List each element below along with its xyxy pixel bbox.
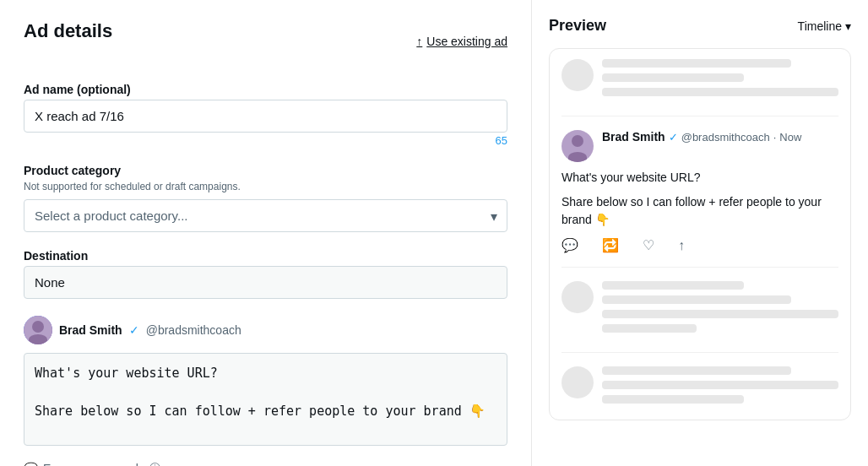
- upload-icon: ↑: [416, 35, 422, 48]
- skeleton-avatar: [561, 59, 594, 91]
- author-name: Brad Smith: [59, 323, 122, 337]
- tweet-preview-header: Brad Smith ✓ @bradsmithcoach · Now: [561, 130, 838, 162]
- left-panel: Ad details ↑ Use existing ad Ad name (op…: [0, 0, 532, 466]
- skeleton-line: [602, 395, 744, 404]
- skeleton-line: [602, 73, 744, 82]
- skeleton-line: [602, 366, 791, 375]
- skeleton-line: [602, 310, 838, 318]
- author-handle: @bradsmithcoach: [146, 323, 241, 337]
- everyone-can-reply-button[interactable]: Everyone can reply: [43, 462, 144, 466]
- skeleton-line: [602, 324, 697, 333]
- ad-name-section: Ad name (optional) 65: [24, 83, 507, 147]
- skeleton-row-mid: [561, 281, 838, 353]
- ad-name-label: Ad name (optional): [24, 83, 507, 96]
- product-category-select[interactable]: Select a product category...: [24, 199, 507, 232]
- reply-action-icon[interactable]: 💬: [561, 237, 578, 253]
- share-action-icon[interactable]: ↑: [678, 238, 685, 253]
- destination-label: Destination: [24, 249, 507, 263]
- destination-input[interactable]: [24, 266, 507, 299]
- author-avatar: [24, 316, 52, 344]
- tweet-preview-actions: 💬 🔁 ♡ ↑: [561, 237, 838, 253]
- author-row: Brad Smith ✓ @bradsmithcoach: [24, 316, 507, 344]
- replies-row: 💬 Everyone can reply ⓘ: [24, 461, 507, 466]
- product-category-section: Product category Not supported for sched…: [24, 164, 507, 232]
- skeleton-avatar-bottom: [561, 366, 594, 398]
- tweet-preview-meta: Brad Smith ✓ @bradsmithcoach · Now: [602, 130, 838, 144]
- tweet-preview-time: Now: [779, 131, 801, 144]
- destination-section: Destination: [24, 249, 507, 299]
- tweet-preview-name-row: Brad Smith ✓ @bradsmithcoach · Now: [602, 130, 838, 144]
- product-category-sublabel: Not supported for scheduled or draft cam…: [24, 181, 507, 192]
- info-icon: ⓘ: [149, 461, 160, 466]
- skeleton-content-bottom: [602, 366, 838, 409]
- preview-card: Brad Smith ✓ @bradsmithcoach · Now What'…: [549, 48, 851, 420]
- skeleton-line: [602, 295, 791, 304]
- preview-title: Preview: [549, 17, 606, 35]
- retweet-action-icon[interactable]: 🔁: [602, 237, 619, 253]
- use-existing-button[interactable]: ↑ Use existing ad: [416, 35, 507, 48]
- verified-icon: ✓: [129, 323, 139, 337]
- reply-icon: 💬: [24, 462, 38, 466]
- chevron-down-icon: ▾: [845, 19, 851, 33]
- timeline-label: Timeline: [798, 19, 842, 33]
- tweet-verified-icon: ✓: [669, 131, 678, 144]
- tweet-preview-text: What's your website URL? Share below so …: [561, 169, 838, 229]
- char-count: 65: [24, 134, 507, 147]
- product-category-label: Product category: [24, 164, 507, 177]
- product-category-select-wrapper: Select a product category... ▾: [24, 199, 507, 232]
- timeline-button[interactable]: Timeline ▾: [798, 19, 851, 33]
- tweet-preview-avatar: [561, 130, 594, 162]
- skeleton-line: [602, 59, 791, 68]
- skeleton-line: [602, 381, 838, 389]
- ad-name-input[interactable]: [24, 100, 507, 133]
- skeleton-row-bottom: [561, 366, 838, 409]
- like-action-icon[interactable]: ♡: [643, 237, 654, 253]
- skeleton-avatar-mid: [561, 281, 594, 313]
- tweet-preview-author-name: Brad Smith: [602, 130, 665, 144]
- tweet-preview: Brad Smith ✓ @bradsmithcoach · Now What'…: [561, 130, 838, 268]
- skeleton-content-mid: [602, 281, 838, 339]
- tweet-preview-dot: ·: [773, 131, 777, 144]
- tweet-preview-handle: @bradsmithcoach: [681, 131, 770, 144]
- preview-header: Preview Timeline ▾: [549, 17, 851, 35]
- skeleton-content: [602, 59, 838, 102]
- skeleton-line: [602, 281, 744, 290]
- page-title: Ad details: [24, 20, 112, 42]
- tweet-textarea[interactable]: What's your website URL? Share below so …: [24, 353, 507, 446]
- skeleton-line: [602, 88, 838, 96]
- right-panel: Preview Timeline ▾ Brad Smith ✓: [532, 0, 868, 466]
- skeleton-row-top: [561, 59, 838, 116]
